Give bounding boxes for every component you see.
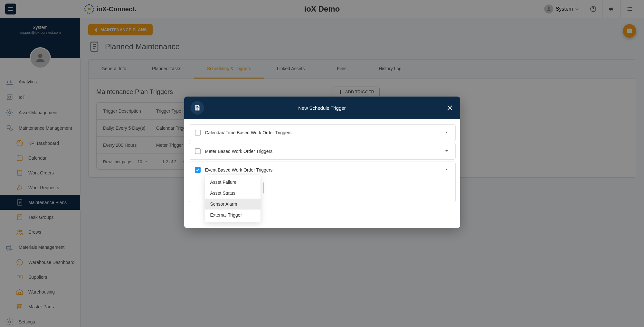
accordion-label: Event Based Work Order Triggers — [205, 167, 440, 173]
chevron-up-icon — [444, 167, 450, 173]
check-icon — [196, 168, 200, 172]
new-schedule-trigger-modal: New Schedule Trigger Calendar/ Time Base… — [184, 97, 460, 228]
save-icon — [194, 105, 201, 111]
modal-body: Calendar/ Time Based Work Order Triggers… — [184, 119, 460, 228]
trigger-type-dropdown: Asset Failure Asset Status Sensor Alarm … — [205, 175, 260, 222]
accordion-checkbox[interactable] — [195, 148, 201, 154]
accordion-calendar-triggers: Calendar/ Time Based Work Order Triggers — [189, 124, 456, 141]
close-icon — [447, 105, 453, 111]
accordion-checkbox[interactable] — [195, 130, 201, 135]
accordion-meter-triggers: Meter Based Work Order Triggers — [189, 143, 456, 160]
chevron-down-icon — [444, 149, 450, 154]
accordion-label: Meter Based Work Order Triggers — [205, 149, 440, 154]
accordion-label: Calendar/ Time Based Work Order Triggers — [205, 130, 440, 135]
dropdown-option-sensor-alarm[interactable]: Sensor Alarm — [205, 199, 260, 210]
dropdown-option-asset-status[interactable]: Asset Status — [205, 188, 260, 199]
modal-save-button[interactable] — [191, 101, 204, 115]
dropdown-option-external-trigger[interactable]: External Trigger — [205, 210, 260, 220]
modal-header: New Schedule Trigger — [184, 97, 460, 119]
chevron-down-icon — [444, 130, 450, 135]
accordion-checkbox[interactable] — [195, 167, 201, 173]
accordion-header[interactable]: Meter Based Work Order Triggers — [189, 143, 455, 159]
accordion-header[interactable]: Calendar/ Time Based Work Order Triggers — [189, 125, 455, 141]
dropdown-option-asset-failure[interactable]: Asset Failure — [205, 177, 260, 188]
accordion-event-triggers: Event Based Work Order Triggers Select T… — [189, 162, 456, 202]
modal-title: New Schedule Trigger — [298, 105, 346, 111]
modal-close-button[interactable] — [446, 104, 454, 112]
modal-overlay[interactable]: New Schedule Trigger Calendar/ Time Base… — [0, 0, 644, 327]
